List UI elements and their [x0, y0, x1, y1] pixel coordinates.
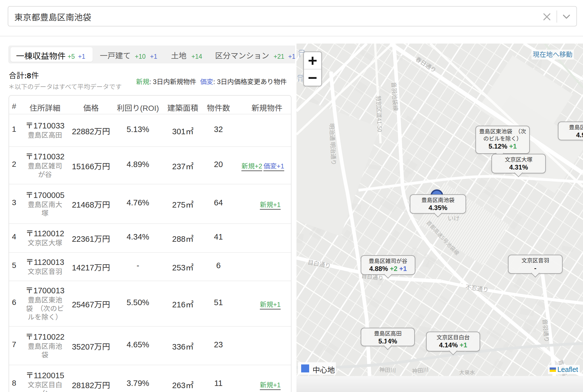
- svg-text:神田川: 神田川: [379, 365, 396, 374]
- svg-text:いけ: いけ: [448, 213, 460, 222]
- svg-text:特別区道41-50: 特別区道41-50: [375, 96, 384, 132]
- svg-text:大泉水: 大泉水: [459, 368, 475, 376]
